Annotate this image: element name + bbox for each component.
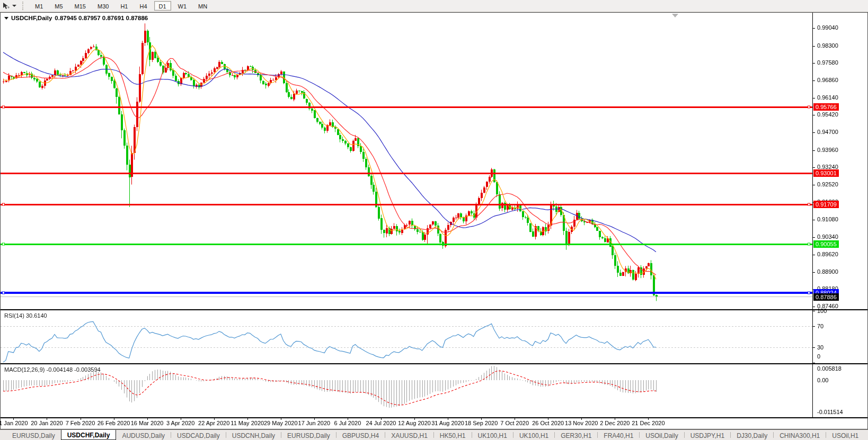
price-tick-label: 0.98300 xyxy=(817,42,838,49)
date-tick-label[interactable]: 7 Feb 2020 xyxy=(66,420,95,426)
price-line-label: 0.90055 xyxy=(813,240,839,248)
price-tick-label: 0.95420 xyxy=(817,111,838,118)
price-tick-label: 0.94700 xyxy=(817,129,838,135)
tab-usdcnh-daily[interactable]: USDCNH,Daily xyxy=(226,430,281,440)
date-tick-label[interactable]: 11 May 2020 xyxy=(231,420,264,426)
date-tick-label[interactable]: 17 Jun 2020 xyxy=(298,420,331,426)
date-tick-label[interactable]: 6 Jul 2020 xyxy=(334,420,361,426)
price-tick-label: 0.93960 xyxy=(817,147,838,153)
timeframe-toolbar: M1M5M15M30H1H4D1W1MN xyxy=(0,0,868,12)
timeframe-button-m1[interactable]: M1 xyxy=(30,1,48,11)
tab-ger30-h1[interactable]: GER30,H1 xyxy=(555,430,597,440)
tab-usoil-h1[interactable]: USOil,H1 xyxy=(826,430,864,440)
chart-tab-bar: EURUSD,DailyUSDCHF,DailyAUDUSD,DailyUSDC… xyxy=(0,429,868,440)
tab-fra40-h1[interactable]: FRA40,H1 xyxy=(598,430,639,440)
tab-usoil-daily[interactable]: USOil,Daily xyxy=(640,430,684,440)
chart-title: USDCHF,Daily 0.87945 0.87957 0.87691 0.8… xyxy=(4,15,148,21)
date-tick-label[interactable]: 26 Oct 2020 xyxy=(532,420,564,426)
trading-app-window: M1M5M15M30H1H4D1W1MN USDCHF,Daily 0.8794… xyxy=(0,0,868,440)
price-tick-label: 0.96140 xyxy=(817,94,838,101)
tab-uk100-h1[interactable]: UK100,H1 xyxy=(472,430,513,440)
price-tick-label: 0.91080 xyxy=(817,216,838,222)
date-tick-label[interactable]: 7 Oct 2020 xyxy=(500,420,529,426)
date-tick-label[interactable]: 31 Aug 2020 xyxy=(431,420,464,426)
rsi-tick-label: 30 xyxy=(817,344,823,351)
cursor-tool-icon xyxy=(2,2,10,10)
timeframe-button-m15[interactable]: M15 xyxy=(70,1,91,11)
tab-gbpusd-h4[interactable]: GBPUSD,H4 xyxy=(336,430,385,440)
chart-symbol-label: USDCHF,Daily xyxy=(11,15,52,21)
tab-audusd-daily[interactable]: AUDUSD,Daily xyxy=(116,430,171,440)
date-tick-label[interactable]: 24 Jul 2020 xyxy=(366,420,396,426)
tab-bar-spacer xyxy=(0,430,6,440)
date-tick-label[interactable]: 18 Sep 2020 xyxy=(465,420,498,426)
macd-tick-label: 0.00 xyxy=(817,377,828,383)
timeframe-button-m5[interactable]: M5 xyxy=(50,1,67,11)
price-line-label: 0.95766 xyxy=(813,103,839,111)
date-tick-label[interactable]: 12 Aug 2020 xyxy=(398,420,431,426)
cursor-tool-button[interactable] xyxy=(0,1,19,11)
tab-china300-h1[interactable]: CHINA300,H1 xyxy=(774,430,826,440)
date-tick-label[interactable]: 29 May 2020 xyxy=(264,420,298,426)
chart-title-collapse-icon[interactable] xyxy=(4,17,8,20)
date-tick-label[interactable]: 1 Jan 2020 xyxy=(0,420,28,426)
rsi-tick-label: 70 xyxy=(817,323,823,329)
macd-tick-label: -0.011514 xyxy=(817,409,843,415)
rsi-indicator-label: RSI(14) 30.6140 xyxy=(4,312,47,319)
chart-ohlc-values: 0.87945 0.87957 0.87691 0.87886 xyxy=(55,15,148,21)
tab-uk100-h1[interactable]: UK100,H1 xyxy=(513,430,554,440)
price-line-label: 0.93001 xyxy=(813,169,839,177)
price-line-label: 0.91709 xyxy=(813,201,839,208)
tab-usdchf-daily[interactable]: USDCHF,Daily xyxy=(61,429,117,440)
date-tick-label[interactable]: 26 Feb 2020 xyxy=(98,420,130,426)
chart-window: USDCHF,Daily 0.87945 0.87957 0.87691 0.8… xyxy=(0,12,868,429)
rsi-tick-label: 0 xyxy=(817,353,820,360)
price-tick-label: 0.89620 xyxy=(817,251,838,257)
macd-indicator-label: MACD(12,26,9) -0.004148 -0.003594 xyxy=(4,366,101,373)
price-tick-label: 0.92520 xyxy=(817,181,838,187)
timeframe-button-h4[interactable]: H4 xyxy=(135,1,152,11)
macd-tick-label: 0.005818 xyxy=(817,365,842,372)
price-tick-label: 0.90340 xyxy=(817,234,838,240)
date-tick-label[interactable]: 2 Dec 2020 xyxy=(600,420,630,426)
timeframe-button-mn[interactable]: MN xyxy=(193,1,212,11)
tab-dj30-daily[interactable]: DJ30,Daily xyxy=(731,430,773,440)
tab-eurusd-daily[interactable]: EURUSD,Daily xyxy=(6,430,61,440)
price-tick-label: 0.97580 xyxy=(817,59,838,66)
tab-hk50-h1[interactable]: HK50,H1 xyxy=(434,430,472,440)
rsi-tick-label: 100 xyxy=(817,308,827,314)
timeframe-button-m30[interactable]: M30 xyxy=(93,1,113,11)
tab-usdcad-daily[interactable]: USDCAD,Daily xyxy=(171,430,226,440)
date-tick-label[interactable]: 21 Dec 2020 xyxy=(632,420,665,426)
tab-eurusd-daily[interactable]: EURUSD,Daily xyxy=(281,430,336,440)
price-tick-label: 0.99040 xyxy=(817,24,838,31)
date-tick-label[interactable]: 3 Apr 2020 xyxy=(166,420,194,426)
date-tick-label[interactable]: 20 Jan 2020 xyxy=(31,420,63,426)
price-tick-label: 0.96860 xyxy=(817,77,838,83)
price-tick-label: 0.88900 xyxy=(817,268,838,275)
price-chart-canvas[interactable] xyxy=(1,13,867,429)
timeframe-button-h1[interactable]: H1 xyxy=(116,1,132,11)
chevron-down-icon xyxy=(12,5,16,7)
current-price-label: 0.87886 xyxy=(813,293,839,301)
timeframe-button-d1[interactable]: D1 xyxy=(154,1,171,11)
toolbar-grip xyxy=(22,2,25,10)
date-tick-label[interactable]: 22 Apr 2020 xyxy=(198,420,229,426)
tab-usdjpy-h1[interactable]: USDJPY,H1 xyxy=(685,430,730,440)
timeframe-button-w1[interactable]: W1 xyxy=(173,1,192,11)
tab-xauusd-h1[interactable]: XAUUSD,H1 xyxy=(385,430,433,440)
date-tick-label[interactable]: 13 Nov 2020 xyxy=(565,420,598,426)
date-tick-label[interactable]: 16 Mar 2020 xyxy=(131,420,164,426)
